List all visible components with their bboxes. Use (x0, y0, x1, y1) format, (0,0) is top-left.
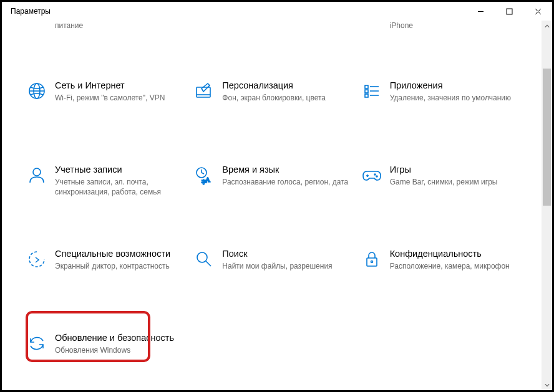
tile-desc: Удаление, значения по умолчанию (390, 93, 519, 103)
tile-devices-partial[interactable] (194, 21, 361, 49)
globe-icon (27, 80, 55, 139)
svg-text:字: 字 (202, 179, 207, 185)
tile-phone-partial[interactable]: iPhone (362, 21, 529, 49)
window-controls (466, 2, 552, 21)
svg-point-15 (33, 168, 41, 176)
tile-desc: Экранный диктор, контрастность (55, 261, 184, 271)
svg-point-24 (376, 176, 377, 177)
tile-desc: Обновления Windows (55, 345, 185, 355)
search-icon (194, 248, 222, 307)
tile-title: Учетные записи (55, 164, 184, 175)
tile-desc: Найти мои файлы, разрешения (222, 261, 351, 271)
gamepad-icon (362, 164, 390, 223)
tile-update-security[interactable]: Обновление и безопасность Обновления Win… (27, 326, 195, 390)
tile-time-language[interactable]: A字 Время и язык Распознавание голоса, ре… (194, 158, 361, 229)
tile-ease-of-access[interactable]: Специальные возможности Экранный диктор,… (27, 242, 194, 313)
tile-desc: Расположение, камера, микрофон (390, 261, 519, 271)
window-title: Параметры (2, 7, 51, 16)
tile-desc: Распознавание голоса, регион, дата (222, 177, 351, 187)
tile-desc: питание (55, 21, 184, 31)
tile-title: Сеть и Интернет (55, 80, 184, 91)
svg-line-26 (206, 261, 211, 266)
tile-title: Поиск (222, 248, 351, 259)
svg-rect-1 (507, 9, 512, 14)
tile-desc: Wi-Fi, режим "в самолете", VPN (55, 93, 184, 103)
tile-system-partial[interactable]: питание (27, 21, 194, 49)
svg-rect-9 (365, 85, 368, 88)
settings-content: питание iPhone Сеть и Интернет (2, 21, 542, 390)
close-button[interactable] (523, 2, 552, 21)
tile-title: Игры (390, 164, 519, 175)
scroll-down-button[interactable] (542, 380, 552, 390)
lock-icon (362, 248, 390, 307)
tile-search[interactable]: Поиск Найти мои файлы, разрешения (194, 242, 361, 313)
tile-desc: Game Bar, снимки, режим игры (390, 177, 519, 187)
svg-rect-10 (365, 90, 368, 93)
svg-point-28 (371, 261, 372, 263)
maximize-button[interactable] (495, 2, 523, 21)
tile-desc: Учетные записи, эл. почта, синхронизация… (55, 177, 184, 197)
ease-of-access-icon (27, 248, 55, 307)
tile-title: Приложения (390, 80, 519, 91)
scroll-track[interactable] (542, 31, 552, 380)
sync-icon (27, 332, 55, 390)
svg-line-18 (202, 173, 204, 174)
minimize-button[interactable] (466, 2, 495, 21)
svg-point-25 (197, 252, 207, 262)
tile-title: Время и язык (222, 164, 351, 175)
tile-desc: Фон, экран блокировки, цвета (222, 93, 351, 103)
person-icon (27, 164, 55, 223)
tile-title: Специальные возможности (55, 248, 184, 259)
tile-apps[interactable]: Приложения Удаление, значения по умолчан… (362, 74, 529, 145)
scroll-thumb[interactable] (543, 69, 551, 206)
vertical-scrollbar[interactable] (542, 21, 552, 390)
tile-gaming[interactable]: Игры Game Bar, снимки, режим игры (362, 158, 529, 229)
svg-point-23 (374, 174, 376, 175)
time-language-icon: A字 (194, 164, 222, 223)
tile-personalization[interactable]: Персонализация Фон, экран блокировки, цв… (194, 74, 361, 145)
scroll-up-button[interactable] (542, 21, 552, 31)
tile-accounts[interactable]: Учетные записи Учетные записи, эл. почта… (27, 158, 194, 229)
tile-desc: iPhone (390, 21, 519, 31)
tile-title: Персонализация (222, 80, 351, 91)
tile-title: Конфиденциальность (390, 248, 519, 259)
paintbrush-icon (194, 80, 222, 139)
svg-rect-27 (367, 258, 377, 266)
tile-network[interactable]: Сеть и Интернет Wi-Fi, режим "в самолете… (27, 74, 194, 145)
apps-list-icon (362, 80, 390, 139)
settings-grid: питание iPhone Сеть и Интернет (27, 21, 529, 390)
titlebar: Параметры (2, 2, 552, 21)
tile-title: Обновление и безопасность (55, 332, 185, 343)
tile-privacy[interactable]: Конфиденциальность Расположение, камера,… (362, 242, 529, 313)
svg-rect-11 (365, 94, 368, 97)
